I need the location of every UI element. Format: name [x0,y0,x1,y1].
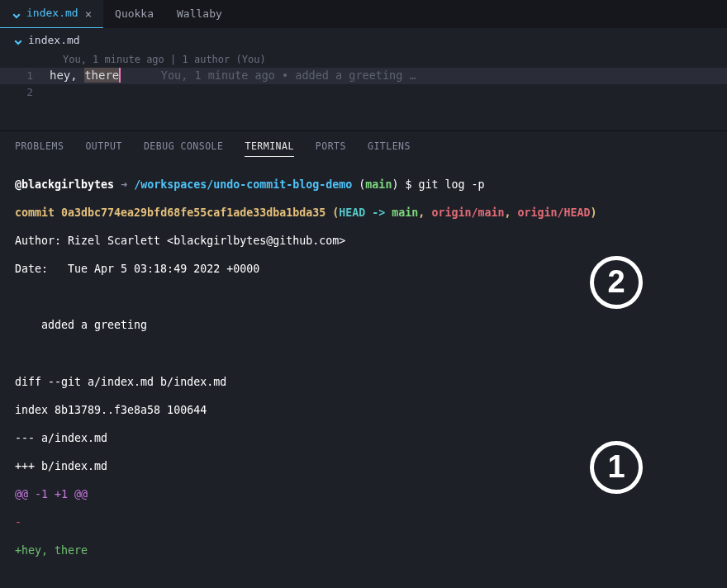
terminal-command: git log -p [418,178,484,191]
tab-label: Quokka [115,7,154,21]
blame-annotation: You, 1 minute ago | 1 author (You) [0,53,727,68]
breadcrumb-filename: index.md [28,33,80,48]
git-diff-header: diff --git a/index.md b/index.md [15,375,712,389]
text-selection: there [84,68,119,83]
markdown-icon [12,10,20,18]
tab-debug-console[interactable]: DEBUG CONSOLE [144,140,224,157]
terminal[interactable]: @blackgirlbytes ➜ /workspaces/undo-commi… [0,164,727,588]
code-editor[interactable]: You, 1 minute ago | 1 author (You) 1 hey… [0,53,727,101]
tab-label: index.md [26,6,78,21]
editor-line[interactable]: 1 hey, there You, 1 minute ago • added a… [0,68,727,84]
line-number: 1 [0,69,50,83]
bottom-panel: PROBLEMS OUTPUT DEBUG CONSOLE TERMINAL P… [0,130,727,588]
annotation-circle-1: 1 [590,441,643,494]
tab-ports[interactable]: PORTS [316,140,346,157]
terminal-prompt-line: @blackgirlbytes ➜ /workspaces/undo-commi… [15,178,712,192]
text-caret [119,68,121,83]
markdown-icon [13,36,21,45]
line-number: 2 [0,85,50,100]
tab-quokka[interactable]: Quokka [103,0,165,28]
tab-label: Wallaby [177,7,222,21]
close-icon[interactable]: × [85,8,92,20]
breadcrumb[interactable]: index.md [0,28,727,53]
git-removed-line: - [15,515,712,529]
annotation-circle-2: 2 [590,256,643,309]
panel-tabs: PROBLEMS OUTPUT DEBUG CONSOLE TERMINAL P… [0,131,727,164]
tab-output[interactable]: OUTPUT [85,140,122,157]
svg-marker-0 [13,13,21,18]
git-diff-index: index 8b13789..f3e8a58 100644 [15,403,712,417]
editor-line[interactable]: 2 [0,84,727,101]
git-commit-line: commit 0a3dbc774ea29bfd68fe55caf1ade33db… [15,206,712,220]
tab-index-md[interactable]: index.md × [0,0,103,28]
git-added-line: +hey, there [15,543,712,557]
line-text: hey, [50,69,84,82]
svg-marker-1 [15,40,22,45]
editor-tabs: index.md × Quokka Wallaby [0,0,727,28]
git-author-line: Author: Rizel Scarlett <blackgirlbytes@g… [15,234,712,248]
git-message: added a greeting [15,318,712,332]
tab-wallaby[interactable]: Wallaby [165,0,234,28]
tab-problems[interactable]: PROBLEMS [15,140,64,157]
inline-blame: You, 1 minute ago • added a greeting … [128,69,416,82]
tab-gitlens[interactable]: GITLENS [368,140,411,157]
tab-terminal[interactable]: TERMINAL [245,140,293,157]
